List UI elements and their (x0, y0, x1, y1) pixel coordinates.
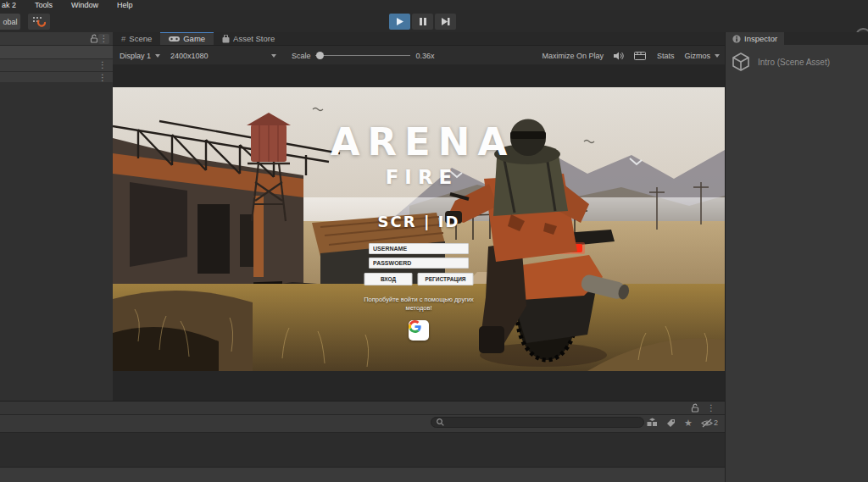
game-view-toolbar: Display 1 2400x1080 Scale 0.36x Maximize… (113, 46, 725, 66)
login-button[interactable]: ВХОД (364, 273, 413, 285)
step-button[interactable] (435, 14, 456, 30)
type-filter-icon (647, 418, 658, 428)
tab-scene[interactable]: # Scene (113, 32, 160, 45)
eye-slash-icon (701, 418, 713, 428)
project-search-field[interactable] (431, 417, 644, 428)
game-login-overlay: ARENA FIRE SCR | ID ВХОД РЕГИСТРАЦИЯ Поп… (113, 87, 725, 371)
lock-icon[interactable] (691, 403, 699, 413)
chevron-down-icon (155, 54, 160, 58)
inspector-asset-name: Intro (Scene Asset) (758, 58, 830, 67)
menu-item-tools[interactable]: Tools (35, 1, 53, 9)
kebab-menu-icon[interactable]: ⋮ (96, 61, 109, 69)
bottom-panel: ⋮ (0, 401, 725, 482)
menu-item-window[interactable]: Window (71, 1, 98, 9)
speaker-icon (614, 52, 625, 60)
grid-snap-button[interactable] (28, 14, 50, 30)
tab-scene-label: Scene (129, 34, 152, 43)
game-viewport: ARENA FIRE SCR | ID ВХОД РЕГИСТРАЦИЯ Поп… (113, 64, 725, 401)
login-buttons-row: ВХОД РЕГИСТРАЦИЯ (364, 273, 474, 285)
info-icon (732, 35, 741, 43)
main-toolbar: obal (0, 10, 868, 33)
game-render-area: ARENA FIRE SCR | ID ВХОД РЕГИСТРАЦИЯ Поп… (113, 87, 725, 371)
left-panel-body (0, 82, 113, 401)
search-by-type-button[interactable] (647, 418, 658, 428)
tab-game[interactable]: Game (160, 32, 214, 45)
unity-cube-icon (731, 52, 751, 72)
gizmos-dropdown-label: Gizmos (685, 52, 711, 60)
tab-inspector-label: Inspector (744, 34, 777, 43)
save-search-button[interactable]: ★ (684, 418, 693, 428)
google-icon (409, 320, 421, 333)
menu-bar: ak 2 Tools Window Help (0, 0, 868, 10)
bottom-panel-content (0, 433, 725, 468)
hidden-count: 2 (714, 418, 718, 427)
stats-toggle[interactable]: Stats (657, 52, 675, 60)
transport-controls (389, 14, 456, 30)
inspector-asset-row: Intro (Scene Asset) (726, 45, 868, 79)
bag-icon (222, 35, 230, 43)
maximize-on-play-toggle[interactable]: Maximize On Play (542, 52, 604, 60)
bottom-panel-filter-icons: ★ 2 (647, 414, 718, 431)
play-button[interactable] (389, 14, 410, 30)
username-field[interactable] (369, 243, 469, 254)
inspector-panel: Inspector Intro (Scene Asset) (725, 32, 868, 482)
display-dropdown-label: Display 1 (120, 52, 151, 60)
kebab-menu-icon[interactable]: ⋮ (704, 404, 718, 413)
tab-inspector[interactable]: Inspector (726, 32, 784, 45)
capture-button[interactable] (634, 52, 646, 60)
inspector-tab-bar: Inspector (726, 32, 868, 45)
tab-game-label: Game (183, 34, 205, 43)
login-form-title: SCR | ID (113, 213, 725, 230)
capture-icon (634, 52, 646, 60)
resolution-dropdown[interactable]: 2400x1080 (165, 49, 281, 63)
game-title: ARENA (113, 119, 725, 164)
register-button[interactable]: РЕГИСТРАЦИЯ (418, 273, 474, 285)
resolution-dropdown-label: 2400x1080 (170, 52, 209, 60)
password-field[interactable] (369, 258, 469, 269)
chevron-down-icon (271, 54, 276, 58)
scale-value: 0.36x (415, 52, 434, 60)
menu-item-help[interactable]: Help (117, 1, 133, 9)
snap-grid-icon (32, 16, 46, 27)
scale-slider[interactable] (315, 55, 410, 56)
project-search-input[interactable] (448, 418, 638, 428)
unity-editor-window: ak 2 Tools Window Help obal (0, 0, 868, 482)
grid-icon: # (121, 34, 125, 43)
global-pivot-button[interactable]: obal (0, 14, 20, 30)
gamepad-icon (169, 36, 180, 42)
search-by-label-button[interactable] (666, 418, 676, 428)
kebab-menu-icon: ⋮ (97, 35, 111, 43)
left-panel-toolbar (0, 46, 113, 59)
hidden-objects-button[interactable]: 2 (701, 418, 718, 428)
tab-asset-store-label: Asset Store (233, 34, 275, 43)
kebab-menu-icon[interactable]: ⋮ (96, 74, 109, 82)
left-panel-header: ⋮ (0, 32, 113, 46)
bottom-panel-header: ⋮ (0, 402, 725, 415)
view-tab-bar: # Scene Game Asset Store (113, 32, 725, 46)
tab-asset-store[interactable]: Asset Store (214, 32, 283, 45)
alt-login-caption: Попробуйте войти с помощью других методо… (355, 296, 482, 313)
game-view-panel: # Scene Game Asset Store Display 1 (113, 32, 725, 401)
left-panel-row[interactable]: ⋮ (0, 59, 113, 72)
chevron-down-icon (715, 54, 720, 58)
display-dropdown[interactable]: Display 1 (114, 49, 165, 63)
game-subtitle: FIRE (113, 166, 725, 188)
left-panel: ⋮ ⋮ ⋮ (0, 32, 114, 401)
panel-menu-button[interactable]: ⋮ (98, 34, 109, 44)
menu-item-truncated[interactable]: ak 2 (2, 1, 16, 9)
tag-icon (666, 418, 676, 428)
play-icon (396, 18, 403, 25)
pause-icon (420, 18, 426, 25)
status-bar (0, 468, 725, 482)
star-icon: ★ (684, 418, 693, 428)
search-icon (437, 418, 444, 426)
gizmos-dropdown[interactable]: Gizmos (680, 49, 726, 63)
step-icon (442, 18, 450, 25)
scale-label: Scale (292, 52, 311, 60)
mute-audio-button[interactable] (614, 52, 625, 60)
pause-button[interactable] (412, 14, 433, 30)
google-signin-button[interactable] (409, 320, 429, 341)
scale-slider-knob[interactable] (316, 52, 324, 59)
